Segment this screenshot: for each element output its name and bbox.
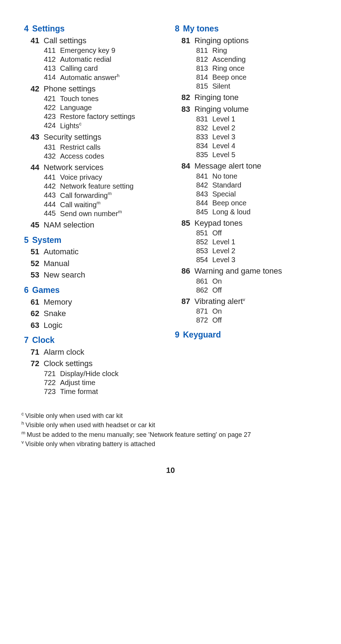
submenu-item: 853Level 2 <box>172 246 320 255</box>
menu-item-number: 82 <box>172 93 190 103</box>
submenu-item: 815Silent <box>172 82 320 91</box>
section-header: 8My tones <box>172 24 320 34</box>
menu-item-number: 81 <box>172 36 190 46</box>
submenu-item: 423Restore factory settings <box>21 112 169 121</box>
submenu-item-number: 852 <box>172 238 208 246</box>
submenu-item-label: Calling card <box>60 64 98 73</box>
footnote-text: Visible only when vibrating battery is a… <box>25 440 155 448</box>
footnotes: cVisible only when used with car kithVis… <box>21 411 320 448</box>
submenu-item-label: Access codes <box>60 152 104 161</box>
footnote-mark: v <box>243 296 245 302</box>
menu-item-label: Message alert tone <box>194 161 261 171</box>
section-title: System <box>32 235 61 245</box>
submenu-item: 854Level 3 <box>172 255 320 264</box>
submenu-item: 444Call waitingm <box>21 200 169 209</box>
section-header: 9Keyguard <box>172 330 320 340</box>
submenu-item-label: Off <box>212 286 222 295</box>
submenu-item: 442Network feature setting <box>21 182 169 191</box>
submenu-item-label: Level 1 <box>212 115 236 124</box>
submenu-item-number: 831 <box>172 115 208 124</box>
submenu-item-number: 833 <box>172 133 208 141</box>
submenu-item: 813Ring once <box>172 64 320 73</box>
submenu-item-label: Long & loud <box>212 208 251 216</box>
submenu-item: 814Beep once <box>172 73 320 82</box>
content-columns: 4Settings41Call settings411Emergency key… <box>21 21 320 401</box>
menu-item-number: 45 <box>21 220 39 230</box>
submenu-item: 721Display/Hide clock <box>21 369 169 378</box>
section-header: 4Settings <box>21 24 169 34</box>
submenu-item-number: 844 <box>172 199 208 208</box>
menu-item: 41Call settings <box>21 36 169 46</box>
submenu-item: 872Off <box>172 316 320 325</box>
menu-item: 72Clock settings <box>21 359 169 369</box>
submenu-item-label: Restore factory settings <box>60 112 135 121</box>
submenu-item-label: Ascending <box>212 55 246 64</box>
submenu-item-number: 872 <box>172 316 208 325</box>
submenu-item: 833Level 3 <box>172 133 320 141</box>
menu-item-number: 43 <box>21 132 39 142</box>
submenu-item: 412Automatic redial <box>21 55 169 64</box>
menu-item: 44Network services <box>21 163 169 173</box>
page-number: 10 <box>21 465 320 475</box>
submenu-item-number: 845 <box>172 208 208 216</box>
menu-item: 83Ringing volume <box>172 104 320 114</box>
footnote-text: Must be added to the menu manually; see … <box>27 431 251 438</box>
submenu-item-number: 445 <box>21 209 56 218</box>
submenu-item-label: Automatic redial <box>60 55 111 64</box>
footnote-mark: v <box>21 439 24 445</box>
footnote: vVisible only when vibrating battery is … <box>21 439 320 448</box>
submenu-item-number: 721 <box>21 369 56 378</box>
menu-item: 45NAM selection <box>21 220 169 230</box>
menu-item-label: Snake <box>44 309 66 319</box>
submenu-item: 835Level 5 <box>172 150 320 159</box>
footnote-mark: m <box>21 430 25 435</box>
menu-item-number: 85 <box>172 218 190 228</box>
submenu-item: 845Long & loud <box>172 208 320 216</box>
menu-item-number: 84 <box>172 161 190 171</box>
menu-item: 87Vibrating alertv <box>172 296 320 306</box>
submenu-item-number: 424 <box>21 121 56 130</box>
submenu-item-number: 811 <box>172 46 208 55</box>
submenu-item-label: Level 4 <box>212 141 236 150</box>
submenu-item: 811Ring <box>172 46 320 55</box>
menu-item: 81Ringing options <box>172 36 320 46</box>
footnote-mark: c <box>21 411 24 416</box>
menu-item: 86Warning and game tones <box>172 266 320 276</box>
section-title: Keyguard <box>183 330 221 340</box>
submenu-item-number: 843 <box>172 190 208 199</box>
footnote: mMust be added to the menu manually; see… <box>21 430 320 439</box>
submenu-item-label: Level 2 <box>212 246 236 255</box>
submenu-item-number: 441 <box>21 173 56 182</box>
submenu-item-number: 422 <box>21 103 56 112</box>
section-number: 8 <box>172 24 179 34</box>
submenu-item-label: Send own numberm <box>60 209 122 218</box>
menu-item-label: New search <box>44 270 85 280</box>
section-title: Settings <box>32 24 65 34</box>
menu-item: 82Ringing tone <box>172 93 320 103</box>
submenu-item-number: 413 <box>21 64 56 73</box>
menu-item-number: 87 <box>172 296 190 306</box>
menu-item: 42Phone settings <box>21 84 169 94</box>
menu-item-number: 86 <box>172 266 190 276</box>
menu-item: 84Message alert tone <box>172 161 320 171</box>
menu-item-label: NAM selection <box>44 220 94 230</box>
submenu-item: 834Level 4 <box>172 141 320 150</box>
submenu-item-label: Display/Hide clock <box>60 369 118 378</box>
menu-item-number: 83 <box>172 104 190 114</box>
menu-item-number: 62 <box>21 309 39 319</box>
menu-item-number: 42 <box>21 84 39 94</box>
submenu-item-number: 871 <box>172 307 208 316</box>
submenu-item-number: 442 <box>21 182 56 191</box>
submenu-item: 445Send own numberm <box>21 209 169 218</box>
submenu-item: 414Automatic answerh <box>21 73 169 82</box>
submenu-item-label: Voice privacy <box>60 173 102 182</box>
submenu-item: 443Call forwardingm <box>21 191 169 200</box>
menu-item-label: Memory <box>44 297 72 307</box>
submenu-item-number: 835 <box>172 150 208 159</box>
menu-section: 4Settings41Call settings411Emergency key… <box>21 24 169 230</box>
footnote-mark: m <box>108 191 112 196</box>
section-header: 7Clock <box>21 335 169 345</box>
submenu-item-label: Lightsc <box>60 121 81 130</box>
menu-item-number: 63 <box>21 320 39 330</box>
submenu-item-number: 444 <box>21 200 56 209</box>
